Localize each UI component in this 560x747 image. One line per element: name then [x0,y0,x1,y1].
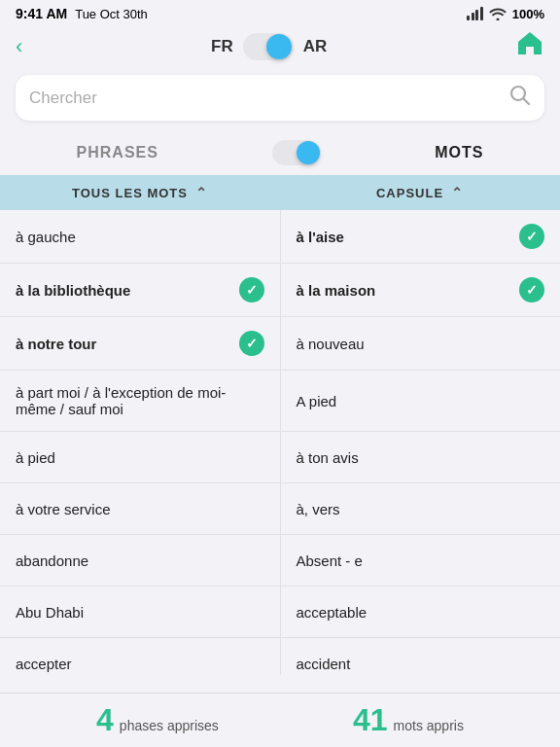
lang-ar-label: AR [303,37,328,56]
word-cell-right[interactable]: à ton avis [281,432,561,482]
word-text-left: à gauche [16,229,76,245]
mots-label[interactable]: MOTS [435,144,483,161]
phrases-label[interactable]: PHRASES [77,144,158,161]
language-toggle: FR AR [211,33,327,60]
table-row: accepteraccident [0,638,560,675]
table-row: abandonneAbsent - e [0,535,560,587]
word-list: à gaucheà l'aiseà la bibliothèqueà la ma… [0,210,560,675]
lang-knob [266,34,292,59]
search-bar [16,75,544,121]
word-cell-right[interactable]: Absent - e [281,535,561,586]
status-icons: 100% [467,7,544,21]
all-words-chevron: ⌃ [195,185,208,200]
home-button[interactable] [515,29,544,63]
phases-count: 4 [96,702,114,738]
word-cell-left[interactable]: à pied [0,432,281,482]
wifi-icon [489,7,507,20]
lang-fr-label: FR [211,37,233,56]
mode-knob [297,141,320,164]
word-cell-right[interactable]: à, vers [281,483,561,534]
word-cell-left[interactable]: à votre service [0,483,281,534]
table-row: Abu Dhabiacceptable [0,587,560,638]
check-icon [519,224,544,249]
svg-line-1 [524,99,530,105]
word-cell-left[interactable]: abandonne [0,535,281,586]
word-cell-left[interactable]: à part moi / à l'exception de moi-même /… [0,371,281,431]
status-time: 9:41 AM [16,6,67,21]
word-text-right: accident [297,656,351,672]
word-cell-left[interactable]: Abu Dhabi [0,587,281,637]
word-cell-left[interactable]: à gauche [0,210,281,263]
word-text-right: à ton avis [297,449,359,466]
table-row: à part moi / à l'exception de moi-même /… [0,371,560,432]
word-text-left: abandonne [16,552,88,569]
word-cell-right[interactable]: acceptable [281,587,561,637]
word-cell-left[interactable]: accepter [0,638,281,675]
check-icon [519,277,544,302]
word-text-right: à l'aise [297,229,344,245]
phases-stat: 4 phases apprises [96,702,219,738]
word-text-left: à votre service [16,501,111,517]
mots-label: mots appris [394,718,464,733]
word-text-right: à, vers [297,501,340,517]
word-text-right: A pied [297,393,337,409]
footer: 4 phases apprises 41 mots appris [0,693,560,747]
phases-label: phases apprises [120,718,219,733]
column-headers: TOUS LES MOTS ⌃ CAPSULE ⌃ [0,175,560,210]
lang-switch[interactable] [243,33,294,60]
search-icon [509,85,531,111]
table-row: à notre tourà nouveau [0,317,560,371]
battery-label: 100% [512,7,544,21]
word-cell-right[interactable]: à l'aise [281,210,561,263]
word-text-right: acceptable [297,604,368,621]
word-text-right: à la maison [297,282,376,299]
table-row: à gaucheà l'aise [0,210,560,264]
word-text-right: à nouveau [297,336,365,352]
search-input[interactable] [29,89,502,108]
capsule-chevron: ⌃ [451,185,464,200]
search-container [0,71,560,130]
mots-count: 41 [353,702,388,738]
status-date: Tue Oct 30th [75,7,148,21]
check-icon [239,331,264,356]
mots-stat: 41 mots appris [353,702,464,738]
word-cell-right[interactable]: A pied [281,371,561,431]
table-row: à la bibliothèqueà la maison [0,264,560,317]
table-row: à votre serviceà, vers [0,483,560,535]
table-row: à piedà ton avis [0,432,560,483]
check-icon [239,277,264,302]
word-text-left: à part moi / à l'exception de moi-même /… [16,384,264,417]
word-text-right: Absent - e [297,552,363,569]
mode-switch[interactable] [272,140,321,165]
word-cell-right[interactable]: à nouveau [281,317,561,370]
word-text-left: à la bibliothèque [16,282,130,299]
word-text-left: à notre tour [16,336,96,352]
header-nav: ‹ FR AR [0,25,560,71]
word-text-left: Abu Dhabi [16,604,84,621]
word-cell-right[interactable]: accident [281,638,561,675]
signal-icon [467,7,483,20]
status-bar: 9:41 AM Tue Oct 30th 100% [0,0,560,25]
word-cell-right[interactable]: à la maison [281,264,561,316]
back-button[interactable]: ‹ [16,34,22,59]
word-text-left: accepter [16,656,72,672]
word-cell-left[interactable]: à notre tour [0,317,281,370]
all-words-header[interactable]: TOUS LES MOTS ⌃ [0,175,280,210]
word-text-left: à pied [16,449,55,466]
capsule-header[interactable]: CAPSULE ⌃ [280,175,560,210]
word-cell-left[interactable]: à la bibliothèque [0,264,281,316]
mode-toggle: PHRASES MOTS [0,130,560,175]
